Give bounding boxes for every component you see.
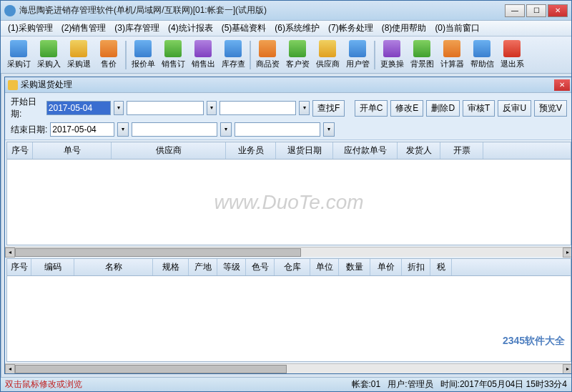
toolbar-btn-2[interactable]: 采购退 <box>64 38 94 72</box>
lower-grid-header: 序号编码名称规格产地等级色号仓库单位数量单价折扣税 <box>7 259 571 276</box>
search-button[interactable]: 查找F <box>312 100 345 117</box>
col-header[interactable]: 序号 <box>7 142 33 159</box>
menu-item-6[interactable]: (7)帐务处理 <box>324 21 378 36</box>
status-account: 帐套:01 <box>352 378 381 391</box>
toolbar-btn-3[interactable]: 售价 <box>94 38 124 72</box>
scroll-left-icon[interactable]: ◂ <box>5 248 15 258</box>
toolbar-btn-7[interactable]: 库存查 <box>218 38 248 72</box>
col-header[interactable]: 供应商 <box>112 142 226 159</box>
filter-combo-2[interactable] <box>220 101 296 115</box>
filter-combo-3[interactable] <box>132 122 217 137</box>
toolbar-btn-6[interactable]: 销售出 <box>188 38 218 72</box>
maximize-button[interactable]: ☐ <box>526 4 546 17</box>
combo1-dropdown[interactable]: ▾ <box>207 101 217 115</box>
toolbar-btn-10[interactable]: 供应商 <box>312 38 342 72</box>
lower-grid[interactable]: 序号编码名称规格产地等级色号仓库单位数量单价折扣税 2345软件大全 <box>6 258 571 362</box>
minimize-button[interactable]: — <box>505 4 525 17</box>
scroll-thumb[interactable] <box>15 248 301 257</box>
toolbar-btn-9[interactable]: 客户资 <box>282 38 312 72</box>
toolbar-icon <box>164 40 182 57</box>
col-header[interactable]: 数量 <box>339 259 370 275</box>
toolbar-btn-1[interactable]: 采购入 <box>34 38 64 72</box>
col-header[interactable]: 税 <box>430 259 452 275</box>
menu-item-7[interactable]: (8)使用帮助 <box>378 21 431 36</box>
menu-item-3[interactable]: (4)统计报表 <box>164 21 217 36</box>
toolbar-btn-4[interactable]: 报价单 <box>128 38 158 72</box>
edit-button[interactable]: 修改E <box>390 100 423 117</box>
toolbar-icon <box>10 40 27 57</box>
toolbar-btn-11[interactable]: 用户管 <box>342 38 373 72</box>
col-header[interactable]: 序号 <box>7 259 31 275</box>
audit-button[interactable]: 审核T <box>463 100 495 117</box>
toolbar-label: 供应商 <box>316 59 340 69</box>
filter-combo-4[interactable] <box>235 122 320 137</box>
menu-item-8[interactable]: (0)当前窗口 <box>430 21 484 36</box>
menu-item-0[interactable]: (1)采购管理 <box>4 21 57 36</box>
menu-item-4[interactable]: (5)基础资料 <box>217 21 271 36</box>
col-header[interactable]: 应付款单号 <box>333 142 398 159</box>
end-date-dropdown[interactable]: ▾ <box>117 122 129 137</box>
col-header[interactable]: 退货日期 <box>276 142 333 159</box>
lower-grid-scrollbar[interactable]: ◂ ▸ <box>5 363 571 373</box>
col-header[interactable]: 单价 <box>370 259 402 275</box>
open-button[interactable]: 开单C <box>355 100 388 117</box>
menu-item-2[interactable]: (3)库存管理 <box>110 21 164 36</box>
scroll-thumb[interactable] <box>15 365 287 373</box>
combo3-dropdown[interactable]: ▾ <box>220 122 232 137</box>
upper-grid-header: 序号单号供应商业务员退货日期应付款单号发货人开票 <box>7 142 571 160</box>
end-date-input[interactable] <box>50 122 114 137</box>
col-header[interactable]: 单号 <box>33 142 112 159</box>
toolbar-label: 帮助信 <box>470 59 494 69</box>
upper-grid-body[interactable]: www.DuoTe.com <box>7 160 571 245</box>
delete-button[interactable]: 删除D <box>426 100 460 117</box>
col-header[interactable]: 仓库 <box>275 259 310 275</box>
toolbar-btn-16[interactable]: 退出系 <box>497 38 527 72</box>
filter-bar: 开始日期: ▾ ▾ ▾ 查找F 开单C 修改E 删除D 审核T 反审U <box>5 93 571 140</box>
col-header[interactable]: 单位 <box>310 259 339 275</box>
toolbar-btn-0[interactable]: 采购订 <box>4 38 34 72</box>
menu-item-5[interactable]: (6)系统维护 <box>270 21 324 36</box>
upper-grid-scrollbar[interactable]: ◂ ▸ <box>5 247 571 257</box>
upper-grid[interactable]: 序号单号供应商业务员退货日期应付款单号发货人开票 www.DuoTe.com <box>6 142 571 245</box>
grids-container: 序号单号供应商业务员退货日期应付款单号发货人开票 www.DuoTe.com ◂… <box>5 140 571 373</box>
filter-combo-1[interactable] <box>127 101 203 115</box>
combo2-dropdown[interactable]: ▾ <box>299 101 310 115</box>
toolbar-btn-8[interactable]: 商品资 <box>252 38 282 72</box>
toolbar-label: 退出系 <box>500 59 524 69</box>
toolbar-btn-15[interactable]: 帮助信 <box>467 38 497 72</box>
menubar: (1)采购管理(2)销售管理(3)库存管理(4)统计报表(5)基础资料(6)系统… <box>1 21 571 36</box>
toolbar-icon <box>194 40 212 57</box>
reverse-button[interactable]: 反审U <box>498 100 531 117</box>
toolbar-label: 用户管 <box>346 59 370 69</box>
lower-grid-body[interactable]: 2345软件大全 <box>7 276 571 362</box>
scroll-left-icon[interactable]: ◂ <box>5 364 15 374</box>
inner-close-button[interactable]: ✕ <box>554 79 570 91</box>
menu-item-1[interactable]: (2)销售管理 <box>57 21 111 36</box>
start-date-dropdown[interactable]: ▾ <box>114 101 124 115</box>
scroll-right-icon[interactable]: ▸ <box>563 248 571 258</box>
col-header[interactable]: 折扣 <box>402 259 430 275</box>
combo4-dropdown[interactable]: ▾ <box>323 122 335 137</box>
col-header[interactable]: 开票 <box>440 142 483 159</box>
toolbar-btn-12[interactable]: 更换操 <box>377 38 407 72</box>
col-header[interactable]: 等级 <box>217 259 246 275</box>
col-header[interactable]: 编码 <box>31 259 74 275</box>
toolbar-icon <box>413 40 430 57</box>
app-icon <box>4 5 16 16</box>
scroll-right-icon[interactable]: ▸ <box>563 364 571 374</box>
col-header[interactable]: 色号 <box>246 259 275 275</box>
toolbar-btn-14[interactable]: 计算器 <box>437 38 467 72</box>
col-header[interactable]: 规格 <box>153 259 189 275</box>
preview-button[interactable]: 预览V <box>534 100 567 117</box>
col-header[interactable]: 发货人 <box>398 142 440 159</box>
corner-watermark: 2345软件大全 <box>503 335 565 348</box>
start-date-input[interactable] <box>46 101 111 115</box>
col-header[interactable]: 名称 <box>74 259 153 275</box>
toolbar-btn-13[interactable]: 背景图 <box>407 38 437 72</box>
toolbar-label: 客户资 <box>286 59 310 69</box>
toolbar-label: 背景图 <box>410 59 434 69</box>
col-header[interactable]: 业务员 <box>226 142 276 159</box>
toolbar-btn-5[interactable]: 销售订 <box>158 38 188 72</box>
col-header[interactable]: 产地 <box>189 259 217 275</box>
close-button[interactable]: ✕ <box>548 4 568 17</box>
